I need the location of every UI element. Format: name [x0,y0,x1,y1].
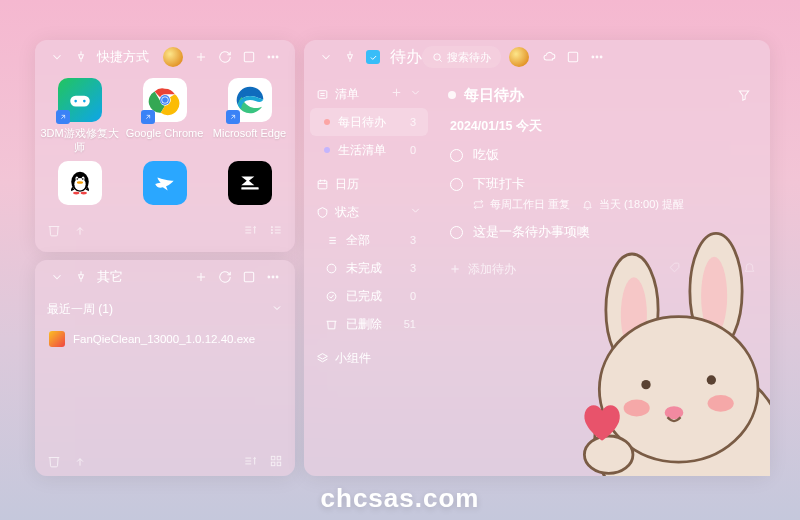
app-edge[interactable]: Microsoft Edge [207,78,292,155]
others-header: 其它 [35,260,295,294]
plus-icon: ＋ [448,260,462,278]
svg-point-28 [271,226,272,227]
tag-icon[interactable] [668,261,681,277]
expand-icon[interactable] [565,49,581,65]
bell-icon [582,199,593,210]
task-checkbox[interactable] [450,149,463,162]
svg-line-50 [439,59,441,61]
sidebar-status-done[interactable]: 已完成 0 [310,282,428,310]
main-title: 每日待办 [464,86,524,105]
watermark: chcsas.com [0,483,800,514]
svg-point-54 [600,56,602,58]
dot-icon [448,91,456,99]
plus-icon[interactable] [193,269,209,285]
todo-panel: 待办 搜索待办 清单 每日待办 3 [304,40,770,476]
collapse-icon[interactable] [409,86,422,102]
search-input[interactable]: 搜索待办 [422,46,501,68]
filter-icon[interactable] [736,87,752,103]
svg-point-73 [595,361,770,476]
upload-icon[interactable] [71,452,89,470]
task-title: 下班打卡 [473,176,684,193]
widgets-header[interactable]: 小组件 [304,344,434,372]
svg-point-52 [592,56,594,58]
todo-sidebar: 清单 每日待办 3 生活清单 0 日历 [304,74,434,476]
app-dingtalk[interactable] [122,161,207,209]
pin-icon[interactable] [73,49,89,65]
svg-rect-51 [568,52,577,61]
app-capcut[interactable] [207,161,292,209]
app-chrome[interactable]: Google Chrome [122,78,207,155]
svg-point-49 [434,53,440,59]
refresh-icon[interactable] [217,49,233,65]
task-item[interactable]: 这是一条待办事项噢 [448,218,756,247]
task-checkbox[interactable] [450,178,463,191]
chevron-down-icon[interactable] [318,49,334,65]
app-qq[interactable] [37,161,122,209]
refresh-icon[interactable] [217,269,233,285]
expand-icon[interactable] [241,269,257,285]
panel-title: 快捷方式 [97,48,149,66]
add-list-icon[interactable] [390,86,403,102]
svg-rect-46 [277,456,281,460]
todo-body: 清单 每日待办 3 生活清单 0 日历 [304,74,770,476]
add-task-row[interactable]: ＋ 添加待办 [448,253,756,285]
sidebar-item-life[interactable]: 生活清单 0 [310,136,428,164]
svg-point-20 [73,191,79,194]
task-checkbox[interactable] [450,226,463,239]
bell-icon[interactable] [743,261,756,277]
dot-icon [324,119,330,125]
app-label: Microsoft Edge [213,126,286,140]
svg-marker-69 [739,91,748,100]
shortcuts-header: 快捷方式 [35,40,295,74]
add-task-label: 添加待办 [468,261,516,278]
avatar[interactable] [509,47,529,67]
pin-icon[interactable] [73,269,89,285]
svg-point-3 [268,56,270,58]
grid-icon[interactable] [267,452,285,470]
flag-icon[interactable] [718,261,731,277]
svg-point-38 [272,276,274,278]
sidebar-status-pending[interactable]: 未完成 3 [310,254,428,282]
cloud-icon[interactable] [541,49,557,65]
pin-icon[interactable] [342,49,358,65]
recent-section[interactable]: 最近一周 (1) [35,294,295,324]
calendar-icon[interactable] [693,261,706,277]
plus-icon[interactable] [193,49,209,65]
avatar[interactable] [163,47,183,67]
expand-icon[interactable] [241,49,257,65]
todo-header: 待办 搜索待办 [304,40,770,74]
more-icon[interactable] [265,269,281,285]
task-item[interactable]: 下班打卡 每周工作日 重复 当天 (18:00) 提醒 [448,170,756,218]
more-icon[interactable] [589,49,605,65]
list-icon[interactable] [267,221,285,239]
trash-icon[interactable] [45,452,63,470]
task-item[interactable]: 吃饭 [448,141,756,170]
list-icon [324,234,338,247]
calendar-header[interactable]: 日历 [304,170,434,198]
svg-point-8 [83,100,86,103]
section-label: 最近一周 (1) [47,301,113,318]
svg-point-83 [665,406,684,419]
app-3dm[interactable]: 3DM游戏修复大师 [37,78,122,155]
trash-icon[interactable] [45,221,63,239]
more-icon[interactable] [265,49,281,65]
file-item[interactable]: FanQieClean_13000_1.0.12.40.exe [35,324,295,354]
svg-rect-48 [277,462,281,466]
svg-point-72 [595,361,770,476]
upload-icon[interactable] [71,221,89,239]
sort-icon[interactable] [241,221,259,239]
svg-rect-60 [318,180,327,188]
svg-rect-6 [70,96,90,107]
sidebar-status-all[interactable]: 全部 3 [310,226,428,254]
chevron-down-icon[interactable] [49,269,65,285]
todo-app-icon [366,50,380,64]
shortcut-badge-icon [56,110,70,124]
sort-icon[interactable] [241,452,259,470]
app-label: 3DM游戏修复大师 [37,126,122,155]
chevron-down-icon[interactable] [49,49,65,65]
collapse-icon[interactable] [409,204,422,220]
svg-point-29 [271,229,272,230]
svg-rect-55 [318,90,327,98]
sidebar-item-daily[interactable]: 每日待办 3 [310,108,428,136]
sidebar-status-deleted[interactable]: 已删除 51 [310,310,428,338]
